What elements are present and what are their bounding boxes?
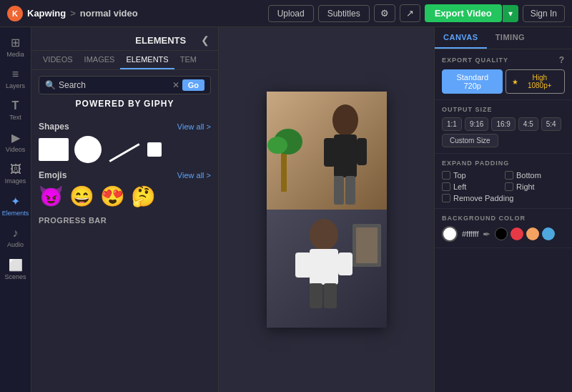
- share-button[interactable]: ↗: [400, 4, 420, 22]
- emoji-2[interactable]: 😍: [100, 185, 125, 208]
- sidebar-item-audio[interactable]: ♪ Audio: [1, 222, 30, 253]
- export-video-button[interactable]: Export Video: [425, 4, 502, 22]
- media-icon: ⊞: [11, 36, 20, 49]
- svg-rect-4: [324, 138, 335, 167]
- svg-rect-6: [334, 176, 344, 205]
- video-frame-bottom: [267, 210, 387, 328]
- sidebar-item-text[interactable]: T Text: [1, 95, 30, 125]
- logo-area: K Kapwing > normal video: [7, 6, 138, 21]
- padding-left-checkbox[interactable]: [442, 182, 450, 191]
- quality-hd-button[interactable]: ★ High 1080p+: [506, 69, 565, 94]
- elements-header: ELEMENTS ❮: [31, 27, 218, 51]
- elements-icon: ✦: [11, 195, 20, 208]
- color-dot-red[interactable]: [511, 227, 523, 240]
- quality-standard-button[interactable]: Standard 720p: [442, 69, 503, 94]
- shape-small-rect[interactable]: [147, 142, 162, 157]
- svg-rect-18: [324, 283, 337, 308]
- quality-options: Standard 720p ★ High 1080p+: [442, 69, 565, 94]
- emoji-1[interactable]: 😄: [69, 185, 94, 208]
- sidebar-item-elements[interactable]: ✦ Elements: [1, 190, 30, 221]
- export-dropdown-button[interactable]: ▾: [503, 5, 518, 22]
- color-swatch-white[interactable]: [442, 226, 458, 242]
- clear-search-button[interactable]: ✕: [172, 80, 179, 90]
- svg-rect-5: [357, 138, 367, 165]
- tab-videos[interactable]: VIDEOS: [37, 51, 79, 69]
- svg-rect-16: [338, 253, 352, 275]
- expand-padding-label: EXPAND PADDING: [442, 160, 565, 167]
- audio-icon: ♪: [13, 227, 19, 240]
- padding-top-option[interactable]: Top: [442, 171, 502, 180]
- shapes-view-all[interactable]: View all >: [177, 122, 211, 131]
- canvas-wrapper: [267, 92, 387, 328]
- svg-rect-20: [356, 227, 378, 263]
- project-name: normal video: [80, 8, 138, 19]
- sidebar-item-layers[interactable]: ≡ Layers: [1, 64, 30, 94]
- sidebar-item-scenes[interactable]: ⬜ Scenes: [1, 254, 30, 285]
- ratio-1-1[interactable]: 1:1: [442, 117, 462, 131]
- padding-top-checkbox[interactable]: [442, 171, 450, 180]
- padding-bottom-option[interactable]: Bottom: [505, 171, 565, 180]
- bg-color-row: #ffffff ✒: [442, 226, 565, 242]
- emoji-3[interactable]: 🤔: [131, 185, 156, 208]
- shape-circle[interactable]: [74, 136, 102, 163]
- svg-rect-7: [345, 176, 355, 205]
- eyedropper-button[interactable]: ✒: [483, 229, 490, 240]
- sidebar-item-images[interactable]: 🖼 Images: [1, 159, 30, 189]
- tab-images[interactable]: IMAGES: [79, 51, 121, 69]
- background-color-label: BACKGROUND COLOR: [442, 215, 565, 222]
- text-icon: T: [12, 99, 19, 112]
- export-quality-label: EXPORT QUALITY ?: [442, 55, 565, 65]
- sidebar-item-media[interactable]: ⊞ Media: [1, 31, 30, 62]
- padding-right-checkbox[interactable]: [505, 182, 513, 191]
- svg-rect-3: [334, 134, 357, 177]
- tab-timing[interactable]: TIMING: [487, 27, 534, 49]
- progress-bar-label: PROGRESS BAR: [39, 216, 107, 225]
- shape-line[interactable]: [107, 146, 142, 154]
- star-icon: ★: [512, 78, 518, 86]
- signin-button[interactable]: Sign In: [523, 5, 565, 22]
- color-dot-orange[interactable]: [526, 227, 539, 240]
- emojis-view-all[interactable]: View all >: [177, 171, 211, 180]
- ratio-5-4[interactable]: 5:4: [541, 117, 561, 131]
- settings-button[interactable]: ⚙: [374, 4, 395, 22]
- tab-templates[interactable]: TEM: [174, 51, 202, 69]
- remove-padding-option[interactable]: Remove Padding: [442, 194, 565, 202]
- shape-rectangle[interactable]: [39, 138, 69, 161]
- upload-button[interactable]: Upload: [268, 5, 314, 22]
- ratio-16-9[interactable]: 16:9: [491, 117, 515, 131]
- elements-panel-title: ELEMENTS: [121, 35, 202, 46]
- svg-point-2: [332, 104, 358, 136]
- scenes-icon: ⬜: [9, 258, 23, 272]
- padding-bottom-checkbox[interactable]: [505, 171, 513, 180]
- tab-canvas[interactable]: CANVAS: [435, 27, 487, 49]
- layers-icon: ≡: [12, 68, 19, 81]
- subtitles-button[interactable]: Subtitles: [318, 5, 370, 22]
- color-dot-black[interactable]: [495, 227, 508, 240]
- tab-elements[interactable]: ELEMENTS: [120, 51, 174, 69]
- help-icon[interactable]: ?: [559, 55, 565, 65]
- elements-tabs: VIDEOS IMAGES ELEMENTS TEM: [31, 51, 218, 70]
- collapse-panel-button[interactable]: ❮: [201, 34, 209, 46]
- sidebar-item-videos[interactable]: ▶ Videos: [1, 127, 30, 157]
- svg-rect-17: [310, 283, 322, 308]
- shapes-row: [39, 136, 211, 163]
- output-size-section: OUTPUT SIZE 1:1 9:16 16:9 4:5 5:4 Custom…: [435, 100, 572, 154]
- color-dot-blue[interactable]: [542, 227, 555, 240]
- custom-size-button[interactable]: Custom Size: [442, 134, 498, 147]
- shapes-section-header: Shapes View all >: [39, 122, 211, 132]
- padding-right-option[interactable]: Right: [505, 182, 565, 191]
- right-panel: CANVAS TIMING EXPORT QUALITY ? Standard …: [434, 27, 572, 392]
- canvas-area[interactable]: [219, 27, 434, 392]
- ratio-9-16[interactable]: 9:16: [465, 117, 488, 131]
- sidebar-label-media: Media: [6, 51, 24, 58]
- remove-padding-checkbox[interactable]: [442, 194, 450, 202]
- svg-point-13: [310, 219, 338, 250]
- elements-panel: ELEMENTS ❮ VIDEOS IMAGES ELEMENTS TEM 🔍 …: [31, 27, 219, 392]
- ratio-4-5[interactable]: 4:5: [518, 117, 538, 131]
- emojis-row: 😈 😄 😍 🤔: [39, 185, 211, 208]
- progress-bar-section: PROGRESS BAR: [39, 215, 211, 225]
- search-input[interactable]: [59, 80, 172, 90]
- emoji-0[interactable]: 😈: [39, 185, 64, 208]
- search-go-button[interactable]: Go: [182, 79, 204, 91]
- padding-left-option[interactable]: Left: [442, 182, 502, 191]
